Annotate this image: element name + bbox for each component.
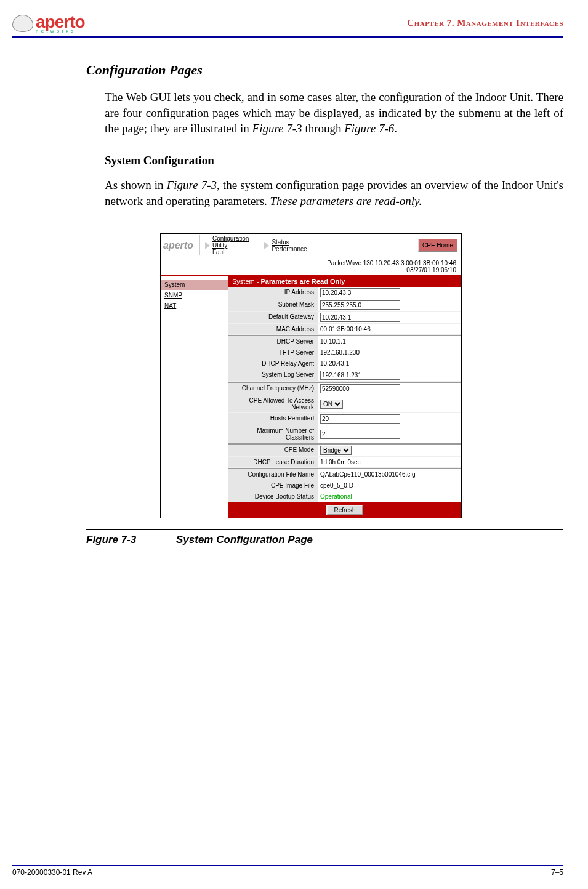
label-config-file: Configuration File Name <box>228 469 318 480</box>
label-channel-freq: Channel Frequency (MHz) <box>228 383 318 395</box>
system-config-screenshot: aperto Configuration Utility Fault Statu… <box>160 233 462 518</box>
chevron-right-icon <box>264 242 269 249</box>
tab-configuration[interactable]: Configuration <box>211 235 250 242</box>
subnet-mask-field[interactable] <box>320 300 400 310</box>
label-syslog-server: System Log Server <box>228 369 318 381</box>
header-rule <box>12 36 563 38</box>
bootup-status-value: Operational <box>318 491 461 502</box>
dhcp-server-value: 10.10.1.1 <box>318 336 461 347</box>
tab-performance[interactable]: Performance <box>270 246 308 252</box>
cpe-home-button[interactable]: CPE Home <box>418 239 457 252</box>
ip-address-field[interactable] <box>320 288 400 297</box>
cpe-image-value: cpe0_5_0.D <box>318 480 461 491</box>
subsection-paragraph: As shown in Figure 7-3, the system confi… <box>105 177 563 209</box>
subsection-title: System Configuration <box>105 154 563 167</box>
figure-ref-7-6: Figure 7-6 <box>344 122 394 135</box>
label-ip-address: IP Address <box>228 287 318 299</box>
max-classifiers-field[interactable] <box>320 430 400 439</box>
config-file-value: QALabCpe110_00013b001046.cfg <box>318 469 461 480</box>
figure-ref-7-3-b: Figure 7-3 <box>167 179 217 191</box>
brand-logo: aperto n e t w o r k s <box>12 12 85 34</box>
label-hosts-permitted: Hosts Permitted <box>228 413 318 425</box>
tab-utility[interactable]: Utility <box>211 242 250 249</box>
tab-status[interactable]: Status <box>270 239 308 246</box>
sidebar-item-snmp[interactable]: SNMP <box>161 290 228 300</box>
section-title: Configuration Pages <box>86 62 563 78</box>
figure-caption: Figure 7-3 System Configuration Page <box>86 534 563 546</box>
tab-fault[interactable]: Fault <box>211 249 250 255</box>
refresh-button[interactable]: Refresh <box>326 505 363 515</box>
label-bootup-status: Device Bootup Status <box>228 491 318 502</box>
label-tftp-server: TFTP Server <box>228 347 318 358</box>
syslog-server-field[interactable] <box>320 371 400 380</box>
hosts-permitted-field[interactable] <box>320 414 400 424</box>
dhcp-relay-value: 10.20.43.1 <box>318 358 461 369</box>
dhcp-lease-value: 1d 0h 0m 0sec <box>318 457 461 467</box>
label-mac-address: MAC Address <box>228 324 318 334</box>
panel-title: System - Parameters are Read Only <box>228 276 461 287</box>
label-cpe-image: CPE Image File <box>228 480 318 491</box>
label-max-classifiers: Maximum Number of Classifiers <box>228 425 318 443</box>
figure-rule <box>86 529 563 530</box>
label-dhcp-lease: DHCP Lease Duration <box>228 457 318 467</box>
footer-docid: 070-20000330-01 Rev A <box>12 868 92 877</box>
readonly-note: These parameters are read-only. <box>270 195 422 207</box>
mac-address-value: 00:01:3B:00:10:46 <box>318 324 461 334</box>
channel-freq-field[interactable] <box>320 384 400 393</box>
gui-logo: aperto <box>162 235 195 255</box>
intro-paragraph: The Web GUI lets you check, and in some … <box>105 89 563 137</box>
cpe-mode-select[interactable]: Bridge <box>320 446 352 455</box>
globe-icon <box>12 15 33 32</box>
device-status-line: PacketWave 130 10.20.43.3 00:01:3B:00:10… <box>161 257 461 276</box>
label-dhcp-relay: DHCP Relay Agent <box>228 358 318 369</box>
label-subnet-mask: Subnet Mask <box>228 299 318 311</box>
tftp-server-value: 192.168.1.230 <box>318 347 461 358</box>
default-gateway-field[interactable] <box>320 313 400 322</box>
label-cpe-access: CPE Allowed To Access Network <box>228 395 318 412</box>
sidebar-item-nat[interactable]: NAT <box>161 300 228 311</box>
sidebar-item-system[interactable]: System <box>161 280 228 290</box>
cpe-access-select[interactable]: ON <box>320 400 343 409</box>
label-cpe-mode: CPE Mode <box>228 444 318 456</box>
chapter-header: Chapter 7. Management Interfaces <box>407 18 563 28</box>
figure-ref-7-3: Figure 7-3 <box>252 122 302 135</box>
label-default-gateway: Default Gateway <box>228 312 318 323</box>
label-dhcp-server: DHCP Server <box>228 336 318 347</box>
sidebar: System SNMP NAT <box>161 276 228 518</box>
chevron-right-icon <box>205 242 210 249</box>
footer-pagenum: 7–5 <box>551 868 563 877</box>
